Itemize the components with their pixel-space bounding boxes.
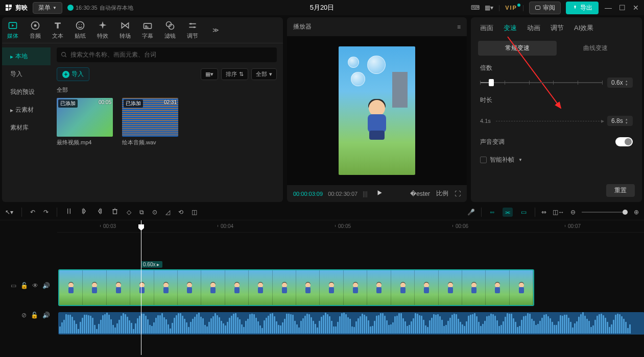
ptab-anim[interactable]: 动画 <box>527 23 540 33</box>
lock-icon[interactable]: 🔓 <box>31 312 38 319</box>
tab-sticker[interactable]: 贴纸 <box>75 20 86 40</box>
titlebar: 剪映 菜单▼ 16:30:35 自动保存本地 5月20日 ⌨ ▦▾ | VIP … <box>0 0 644 15</box>
clip-speed-badge: 0.60x▸ <box>141 261 162 268</box>
fullscreen-icon[interactable]: ⛶ <box>455 190 461 197</box>
filter-button[interactable]: 全部 ▾ <box>251 68 277 80</box>
group-tool[interactable]: ⧉ <box>139 209 144 216</box>
sidebar-import[interactable]: 导入 <box>2 65 51 83</box>
audio-track-controls: ⊘ 🔓 🔊 <box>0 299 57 324</box>
sidebar-library[interactable]: 素材库 <box>2 119 51 137</box>
tab-transition[interactable]: 转场 <box>120 20 131 40</box>
view-mode-button[interactable]: ▦▾ <box>201 68 218 80</box>
pitch-toggle[interactable] <box>615 137 633 146</box>
current-time: 00:00:03:09 <box>293 191 323 197</box>
more-tabs-icon[interactable]: ≫ <box>212 27 219 34</box>
ptab-ai[interactable]: AI效果 <box>574 23 593 33</box>
trim-left-tool[interactable] <box>81 208 88 216</box>
speed-slider[interactable] <box>480 82 602 83</box>
redo-button[interactable]: ↷ <box>43 209 49 216</box>
preview-mode[interactable]: ▭ <box>519 208 529 217</box>
tab-adjust[interactable]: 调节 <box>187 20 198 40</box>
focus-icon[interactable]: �ester <box>410 190 430 197</box>
filter-icon <box>165 20 175 31</box>
tab-media[interactable]: 媒体 <box>7 20 18 40</box>
media-thumb[interactable]: 已添加 02:31 绘本音频.wav <box>122 98 178 146</box>
export-button[interactable]: 导出 <box>566 2 599 14</box>
mic-icon[interactable]: 🎤 <box>467 209 475 216</box>
subtab-normal[interactable]: 常规变速 <box>478 41 557 56</box>
player-menu-icon[interactable]: ≡ <box>457 23 461 31</box>
keyboard-icon[interactable]: ⌨ <box>471 4 480 11</box>
ptab-speed[interactable]: 变速 <box>504 23 517 33</box>
zoom-out-icon[interactable]: ⊖ <box>570 209 576 216</box>
export-icon <box>572 5 578 11</box>
menu-button[interactable]: 菜单▼ <box>33 2 62 14</box>
link-mode[interactable]: ⫘ <box>503 208 513 217</box>
media-sidebar: ▸ 本地 导入 我的预设 ▸ 云素材 素材库 <box>2 43 51 202</box>
tab-subtitle[interactable]: 字幕 <box>142 20 153 40</box>
speed-value[interactable]: 0.6x▲▼ <box>607 78 633 88</box>
player-title: 播放器 <box>293 22 312 31</box>
sidebar-cloud[interactable]: ▸ 云素材 <box>2 101 51 119</box>
tab-filter[interactable]: 滤镜 <box>164 20 176 40</box>
mute-icon[interactable]: 🔊 <box>42 282 50 289</box>
audio-clip[interactable] <box>58 312 644 335</box>
svg-point-10 <box>190 23 192 24</box>
sidebar-preset[interactable]: 我的预设 <box>2 83 51 101</box>
undo-button[interactable]: ↶ <box>30 209 35 216</box>
split-tool[interactable] <box>65 208 73 216</box>
eye-icon[interactable]: 👁 <box>32 282 38 289</box>
tab-effects[interactable]: 特效 <box>97 20 108 40</box>
trim-right-tool[interactable] <box>96 208 103 216</box>
search-input[interactable]: 搜索文件名称、画面元素、台词 <box>57 47 277 62</box>
autosave-status: 16:30:35 自动保存本地 <box>67 4 133 12</box>
svg-rect-0 <box>536 6 540 10</box>
delete-tool[interactable] <box>111 208 118 216</box>
svg-rect-14 <box>113 210 117 214</box>
maximize-button[interactable]: ☐ <box>618 4 627 12</box>
ptab-adjust[interactable]: 调节 <box>551 23 564 33</box>
mute-icon[interactable]: 🔊 <box>42 312 50 319</box>
ratio-button[interactable]: 比例 <box>436 189 448 198</box>
tab-text[interactable]: 文本 <box>52 20 63 40</box>
freeze-tool[interactable]: ⊙ <box>152 209 157 216</box>
duration-original: 4.1s <box>480 118 491 124</box>
playhead[interactable] <box>141 220 141 355</box>
tab-audio[interactable]: 音频 <box>30 20 41 40</box>
marker-tool[interactable]: ◇ <box>127 209 131 216</box>
pitch-label: 声音变调 <box>480 138 505 146</box>
smartframe-label: 智能补帧 <box>490 156 514 164</box>
timeline-ruler[interactable]: 00:03 00:04 00:05 00:06 00:07 <box>57 220 644 233</box>
reset-button[interactable]: 重置 <box>606 184 635 197</box>
video-clip[interactable] <box>58 269 534 306</box>
check-icon <box>67 5 74 11</box>
close-button[interactable]: ✕ <box>632 4 640 12</box>
zoom-in-icon[interactable]: ⊕ <box>634 209 639 216</box>
cover-icon[interactable]: ▭ <box>11 282 16 289</box>
select-tool[interactable]: ↖▾ <box>5 209 13 216</box>
sidebar-local[interactable]: ▸ 本地 <box>2 47 51 65</box>
ptab-picture[interactable]: 画面 <box>480 23 493 33</box>
smartframe-checkbox[interactable] <box>480 157 487 163</box>
layout-icon[interactable]: ▦▾ <box>485 4 493 11</box>
snap-tool[interactable]: ◫↔ <box>553 209 564 216</box>
play-button[interactable] <box>376 189 383 198</box>
player-viewport <box>287 36 467 185</box>
audio-track <box>58 312 644 336</box>
zoom-slider[interactable] <box>582 212 628 213</box>
mirror-tool[interactable]: ◿ <box>165 209 170 216</box>
vip-badge[interactable]: VIP <box>505 5 517 11</box>
magnet-mode[interactable]: ▫▫ <box>488 208 496 217</box>
crop-tool[interactable]: ◫ <box>192 209 197 216</box>
align-tool[interactable]: ⇔ <box>541 209 546 216</box>
subtab-curve[interactable]: 曲线变速 <box>557 41 635 56</box>
sort-button[interactable]: 排序 ⇅ <box>221 68 248 80</box>
duration-value[interactable]: 6.8s▲▼ <box>607 116 633 126</box>
disable-icon[interactable]: ⊘ <box>21 312 27 319</box>
media-thumb[interactable]: 已添加 00:05 最终视频.mp4 <box>57 98 113 146</box>
import-button[interactable]: +导入 <box>57 67 89 81</box>
lock-icon[interactable]: 🔓 <box>20 282 28 289</box>
minimize-button[interactable]: — <box>604 4 613 12</box>
rotate-tool[interactable]: ⟲ <box>178 209 183 216</box>
review-button[interactable]: 审阅 <box>529 2 561 14</box>
